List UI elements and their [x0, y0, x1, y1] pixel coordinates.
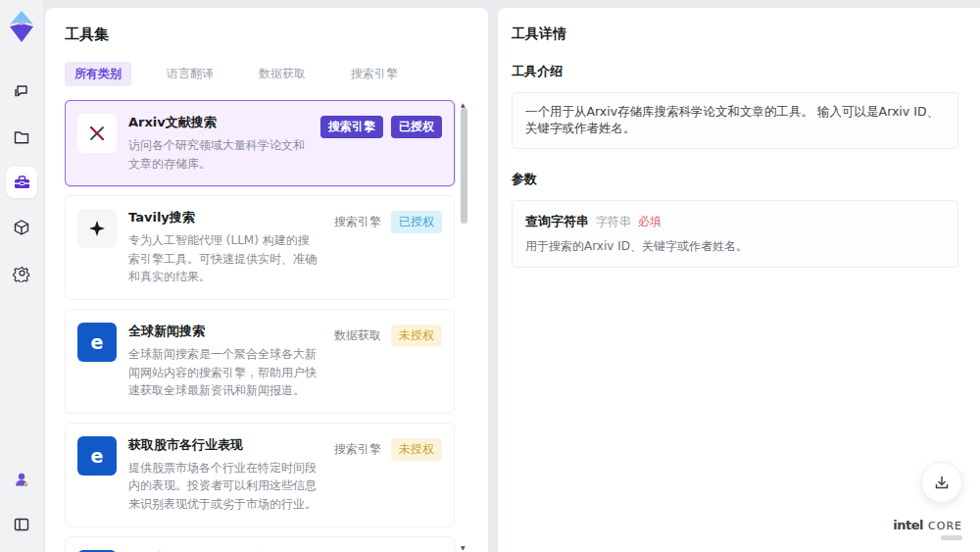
collapse-panel-button[interactable] [6, 509, 37, 540]
detail-title: 工具详情 [512, 25, 958, 43]
tool-name: Tavily搜索 [128, 209, 320, 226]
intro-text-box: 一个用于从Arxiv存储库搜索科学论文和文章的工具。 输入可以是Arxiv ID… [512, 92, 958, 149]
tool-description: 提供股票市场各个行业在特定时间段内的表现。投资者可以利用这些信息来识别表现优于或… [128, 459, 320, 514]
user-avatar-button[interactable] [6, 464, 37, 495]
tool-description: 全球新闻搜索是一个聚合全球各大新闻网站内容的搜索引擎，帮助用户快速获取全球最新资… [128, 345, 320, 400]
auth-status-badge: 已授权 [391, 116, 442, 138]
param-description: 用于搜索的Arxiv ID、关键字或作者姓名。 [525, 238, 945, 255]
tool-card-sector-performance[interactable]: e 获取股市各行业表现 提供股票市场各个行业在特定时间段内的表现。投资者可以利用… [65, 423, 455, 527]
intel-core-logo: intel CORE [893, 517, 962, 540]
auth-status-badge: 已授权 [391, 211, 442, 233]
toolbox-icon [13, 174, 31, 191]
logo-sub-badge [941, 535, 962, 540]
sidebar-item-chat[interactable] [6, 76, 37, 108]
category-badge: 搜索引擎 [320, 116, 383, 138]
category-badge: 搜索引擎 [332, 211, 383, 233]
news-app-icon: e [77, 323, 117, 362]
intel-brand-text: intel [893, 518, 923, 532]
intro-heading: 工具介绍 [512, 63, 958, 80]
sidebar-item-tools[interactable] [6, 167, 37, 198]
tool-card-global-news[interactable]: e 全球新闻搜索 全球新闻搜索是一个聚合全球各大新闻网站内容的搜索引擎，帮助用户… [65, 309, 455, 414]
tool-name: 获取股市各行业表现 [128, 436, 320, 454]
app-logo-gem-icon [7, 10, 36, 43]
tool-list: Arxiv文献搜索 访问各个研究领域大量科学论文和文章的存储库。 搜索引擎 已授… [65, 100, 468, 552]
tab-language-translation[interactable]: 语言翻译 [157, 62, 223, 86]
tool-card-arxiv[interactable]: Arxiv文献搜索 访问各个研究领域大量科学论文和文章的存储库。 搜索引擎 已授… [65, 100, 455, 186]
tool-name: 全球新闻搜索 [128, 323, 320, 340]
tab-search-engine[interactable]: 搜索引擎 [341, 62, 408, 86]
left-rail [0, 0, 43, 552]
user-icon [13, 471, 30, 488]
category-badge: 数据获取 [332, 325, 383, 347]
tool-description: 访问各个研究领域大量科学论文和文章的存储库。 [128, 136, 309, 173]
tool-name: Arxiv文献搜索 [128, 114, 309, 131]
sidebar-item-settings[interactable] [6, 257, 37, 288]
cube-icon [13, 219, 30, 236]
tool-list-panel: 工具集 所有类别 语言翻译 数据获取 搜索引擎 Arxiv文献搜索 访问各个研究… [45, 8, 488, 552]
arxiv-logo-icon [77, 114, 117, 153]
tool-card-active-stocks[interactable]: e 获取市场最活跃股票信息 提供当天交易量最高的股票列表，投资者可以利用这些信息… [65, 536, 455, 552]
sidebar-item-files[interactable] [6, 122, 37, 153]
chat-icon [13, 83, 30, 101]
list-scrollbar[interactable]: ▲ ▼ [460, 100, 468, 552]
auth-status-badge: 未授权 [391, 438, 442, 461]
param-name: 查询字符串 [525, 213, 589, 230]
sparkle-icon [77, 209, 117, 248]
category-tabs: 所有类别 语言翻译 数据获取 搜索引擎 [65, 62, 468, 86]
panel-toggle-icon [13, 516, 30, 533]
tool-card-tavily[interactable]: Tavily搜索 专为人工智能代理 (LLM) 构建的搜索引擎工具。可快速提供实… [65, 195, 455, 300]
tool-description: 专为人工智能代理 (LLM) 构建的搜索引擎工具。可快速提供实时、准确和真实的结… [128, 231, 320, 286]
core-product-text: CORE [928, 520, 962, 532]
download-icon [933, 474, 951, 491]
param-required-flag: 必填 [638, 214, 662, 230]
gear-icon [13, 264, 31, 282]
news-app-icon: e [77, 436, 117, 476]
scrollbar-thumb[interactable] [461, 108, 467, 224]
parameter-box: 查询字符串 字符串 必填 用于搜索的Arxiv ID、关键字或作者姓名。 [512, 200, 958, 268]
tab-all-categories[interactable]: 所有类别 [65, 62, 131, 86]
folder-icon [13, 128, 30, 146]
download-button[interactable] [921, 462, 962, 503]
category-badge: 搜索引擎 [332, 438, 383, 461]
page-title: 工具集 [65, 25, 468, 44]
tool-detail-panel: 工具详情 工具介绍 一个用于从Arxiv存储库搜索科学论文和文章的工具。 输入可… [498, 8, 980, 552]
sidebar-item-models[interactable] [6, 212, 37, 243]
scroll-down-icon[interactable]: ▼ [461, 545, 467, 551]
param-type: 字符串 [596, 214, 631, 230]
params-heading: 参数 [512, 171, 958, 188]
tab-data-fetch[interactable]: 数据获取 [249, 62, 316, 86]
auth-status-badge: 未授权 [391, 325, 442, 347]
